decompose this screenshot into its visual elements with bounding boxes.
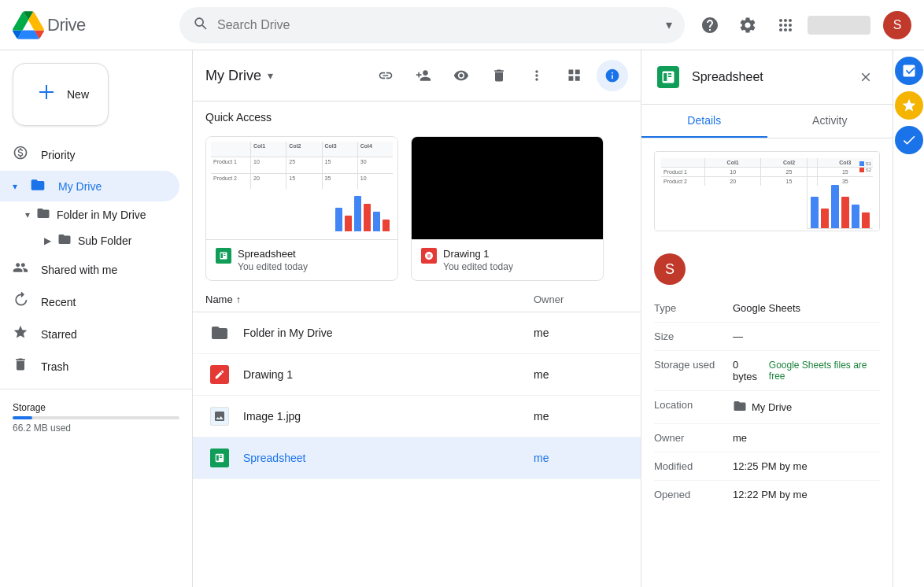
search-icon — [192, 15, 208, 35]
sidebar-item-my-drive[interactable]: ▾ My Drive — [0, 171, 179, 201]
detail-value-modified: 12:25 PM by me — [733, 460, 880, 472]
get-link-button[interactable] — [370, 60, 401, 91]
tree-folder-icon — [36, 206, 50, 223]
drawing-row-name: Drawing 1 — [243, 368, 534, 381]
sidebar-item-recent-label: Recent — [41, 296, 76, 308]
sidebar-item-shared-label: Shared with me — [41, 264, 117, 276]
logo-area: Drive — [13, 11, 170, 39]
file-card-spreadsheet[interactable]: Col1 Col2 Col3 Col4 Product 1 10 25 15 3… — [205, 136, 398, 281]
image-row-icon — [205, 402, 234, 430]
tree-item-folder[interactable]: ▾ Folder in My Drive — [0, 201, 192, 227]
detail-row-size: Size — — [654, 323, 880, 351]
file-row-folder[interactable]: Folder in My Drive me — [193, 312, 641, 354]
more-options-button[interactable] — [521, 60, 553, 91]
sidebar-divider — [0, 389, 192, 389]
sidebar-item-priority-label: Priority — [41, 149, 76, 161]
storage-label: Storage — [13, 402, 179, 413]
avatar[interactable]: S — [883, 11, 911, 39]
drawing-row-owner: me — [534, 368, 628, 381]
search-input[interactable] — [217, 18, 666, 32]
sort-arrow-icon: ↑ — [236, 294, 241, 305]
tree-folder-expand-icon: ▾ — [25, 209, 30, 220]
content-scroll[interactable]: Quick Access Col1 Col2 Col3 Col4 — [193, 102, 641, 587]
content-header: My Drive ▾ — [193, 50, 641, 102]
main-layout: New Priority ▾ My Drive ▾ Folder in — [0, 50, 924, 587]
detail-key-type: Type — [654, 302, 733, 314]
help-button[interactable] — [694, 9, 726, 41]
delete-button[interactable] — [483, 60, 515, 91]
file-list-name-col-header[interactable]: Name ↑ — [205, 294, 534, 305]
detail-close-button[interactable] — [852, 63, 880, 91]
sidebar-item-priority[interactable]: Priority — [0, 138, 179, 171]
edge-icon-2[interactable] — [895, 91, 923, 120]
edge-icon-1[interactable] — [895, 57, 923, 85]
search-bar[interactable]: ▾ — [179, 7, 685, 43]
grid-view-button[interactable] — [559, 60, 590, 91]
add-people-button[interactable] — [408, 60, 439, 91]
new-button[interactable]: New — [13, 63, 109, 126]
image-row-name: Image 1.jpg — [243, 410, 534, 423]
search-dropdown-icon[interactable]: ▾ — [666, 17, 672, 32]
detail-header: Spreadsheet — [641, 50, 893, 105]
right-edge — [893, 50, 924, 587]
sidebar-item-recent[interactable]: Recent — [0, 286, 179, 318]
sidebar-item-trash-label: Trash — [41, 360, 68, 373]
sidebar-tree: ▾ Folder in My Drive ▶ Sub Folder — [0, 201, 192, 253]
sidebar-item-shared[interactable]: Shared with me — [0, 253, 179, 286]
location-folder-icon — [733, 399, 747, 415]
storage-bar-background — [13, 416, 179, 419]
content-area: My Drive ▾ — [192, 50, 641, 587]
spreadsheet-row-name: Spreadsheet — [243, 452, 534, 464]
detail-body[interactable]: Col1 Col2 Col3 Product 1 10 25 15 Produc… — [641, 138, 893, 587]
settings-button[interactable] — [732, 9, 763, 41]
file-card-drawing-preview — [412, 137, 603, 239]
file-card-drawing[interactable]: Drawing 1 You edited today — [411, 136, 604, 281]
tree-subfolder-label: Sub Folder — [78, 234, 131, 247]
detail-row-storage: Storage used 0 bytes Google Sheets files… — [654, 351, 880, 391]
detail-row-owner: Owner me — [654, 424, 880, 452]
starred-icon — [13, 324, 28, 344]
detail-value-opened: 12:22 PM by me — [733, 489, 880, 500]
apps-button[interactable] — [770, 9, 801, 41]
info-button[interactable] — [597, 60, 628, 91]
drive-title-dropdown-icon: ▾ — [268, 69, 273, 82]
detail-avatar: S — [654, 253, 686, 285]
my-drive-expand-icon: ▾ — [13, 181, 17, 192]
storage-bar-fill — [13, 416, 32, 419]
detail-tab-details[interactable]: Details — [641, 105, 767, 138]
folder-row-name: Folder in My Drive — [243, 327, 534, 339]
storage-section: Storage 66.2 MB used — [0, 396, 192, 440]
free-text: Google Sheets files are free — [769, 360, 880, 382]
plus-icon — [32, 78, 61, 111]
sidebar-item-trash[interactable]: Trash — [0, 350, 179, 382]
detail-value-size: — — [733, 330, 880, 342]
detail-tab-activity[interactable]: Activity — [767, 105, 893, 138]
file-row-image[interactable]: Image 1.jpg me — [193, 396, 641, 437]
drive-title[interactable]: My Drive ▾ — [205, 68, 273, 84]
detail-sheets-icon — [657, 66, 679, 88]
preview-button[interactable] — [445, 60, 477, 91]
sidebar-item-starred[interactable]: Starred — [0, 318, 179, 350]
edge-icon-3[interactable] — [895, 126, 923, 154]
my-drive-folder-icon — [30, 177, 46, 195]
file-card-spreadsheet-date: You edited today — [238, 261, 388, 272]
profile-name — [808, 16, 870, 35]
file-row-spreadsheet[interactable]: Spreadsheet me — [193, 437, 641, 479]
tree-item-subfolder[interactable]: ▶ Sub Folder — [0, 227, 192, 253]
detail-key-location: Location — [654, 399, 733, 415]
trash-icon — [13, 356, 28, 376]
folder-row-icon — [205, 319, 234, 347]
storage-used-text: 66.2 MB used — [13, 423, 179, 434]
detail-key-owner: Owner — [654, 432, 733, 444]
detail-file-icon — [654, 63, 682, 91]
file-card-drawing-info: Drawing 1 You edited today — [443, 248, 593, 272]
file-row-drawing[interactable]: Drawing 1 me — [193, 354, 641, 396]
detail-user-row: S — [641, 244, 893, 294]
topbar: Drive ▾ S — [0, 0, 924, 50]
recent-icon — [13, 292, 28, 312]
spreadsheet-card-icon — [216, 248, 231, 264]
detail-key-storage: Storage used — [654, 359, 733, 382]
spreadsheet-row-owner: me — [534, 452, 628, 464]
file-card-spreadsheet-name: Spreadsheet — [238, 248, 388, 260]
drive-title-text: My Drive — [205, 68, 261, 84]
